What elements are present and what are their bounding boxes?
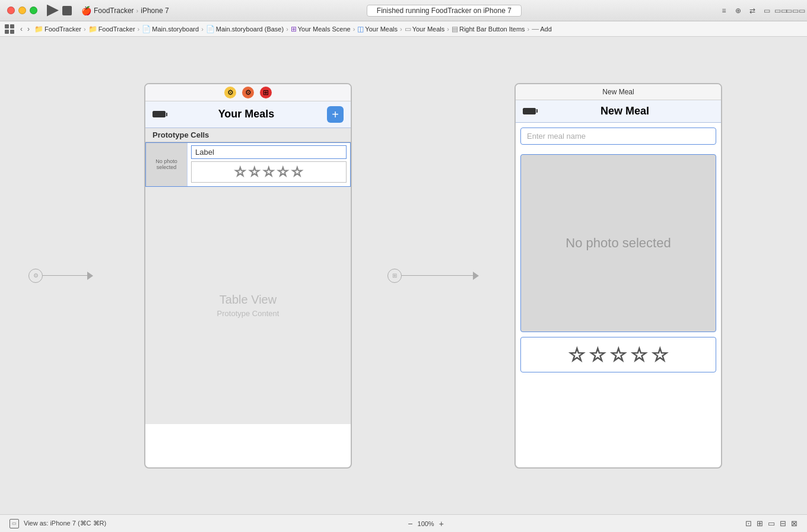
screen1-battery <box>152 111 166 117</box>
table-view-sub: Prototype Content <box>217 309 279 318</box>
rating-star1[interactable]: ☆ <box>568 343 586 366</box>
screen1-toolbar: ⚙ ⚙ ⊞ <box>145 84 351 101</box>
view-icon2: ▭ <box>405 25 411 33</box>
close-button[interactable] <box>7 7 15 14</box>
bc-label: FoodTracker <box>45 26 81 33</box>
star1: ☆ <box>234 164 246 180</box>
circle-icon: ⚙ <box>33 272 39 279</box>
rating-star3[interactable]: ☆ <box>610 343 627 366</box>
status-bar: ▭ View as: iPhone 7 (⌘C ⌘R) − 100% + ⊡ ⊞… <box>0 514 807 532</box>
sep6: › <box>400 26 402 33</box>
single-view-icon[interactable]: ▭ <box>762 6 771 15</box>
cell-row: No photo selected Label ☆ ☆ ☆ ☆ ☆ <box>145 142 351 187</box>
bc-label4: Main.storyboard (Base) <box>216 26 284 33</box>
folder-icon2: 📁 <box>88 25 97 33</box>
star4: ☆ <box>277 164 289 180</box>
table-view-area: Table View Prototype Content <box>145 187 351 424</box>
zoom-fit-icon[interactable]: ⊞ <box>757 519 763 528</box>
star3: ☆ <box>263 164 275 180</box>
fullscreen-button[interactable] <box>30 7 37 14</box>
title-bar-buttons: ≡ ⊕ ⇄ ▭ ▭▭ ▭▭▭ <box>719 6 800 15</box>
rating-star5[interactable]: ☆ <box>652 343 669 366</box>
add-meal-button[interactable]: + <box>327 106 344 123</box>
expand-icon[interactable]: ⊠ <box>791 519 798 528</box>
traffic-lights <box>7 7 37 14</box>
breadcrumb-mainstoryboard[interactable]: 📄 Main.storyboard <box>142 25 199 33</box>
rating-area: ☆ ☆ ☆ ☆ ☆ <box>520 337 716 372</box>
zoom-out-button[interactable]: − <box>408 519 412 528</box>
view-as-icon-inner: ▭ <box>12 521 17 526</box>
bc-label9: Add <box>540 26 552 33</box>
breadcrumb-foodtracker1[interactable]: 📁 FoodTracker <box>34 25 81 33</box>
screen2-header: New Meal <box>516 84 721 100</box>
run-status: Finished running FoodTracker on iPhone 7 <box>367 5 522 17</box>
lines-icon[interactable]: ≡ <box>719 6 729 15</box>
cell-stars: ☆ ☆ ☆ ☆ ☆ <box>191 161 347 183</box>
connector-line <box>402 275 473 276</box>
breadcrumb-yourmeals2[interactable]: ▭ Your Meals <box>405 25 445 33</box>
minimize-button[interactable] <box>18 7 26 14</box>
star5: ☆ <box>291 164 303 180</box>
zoom-in-button[interactable]: + <box>439 519 444 528</box>
cell-content: Label ☆ ☆ ☆ ☆ ☆ <box>188 143 350 186</box>
sep1: › <box>84 26 86 33</box>
play-button[interactable] <box>47 5 59 17</box>
breadcrumb-barbutton[interactable]: ▤ Right Bar Button Items <box>452 25 525 33</box>
entry-arrowhead <box>87 272 93 280</box>
triple-view-icon[interactable]: ▭▭▭ <box>790 6 800 15</box>
bc-label5: Your Meals Scene <box>298 26 351 33</box>
grid-icon[interactable] <box>5 24 14 34</box>
sep3: › <box>201 26 204 33</box>
breadcrumb-yourmeals[interactable]: ◫ Your Meals <box>357 25 398 33</box>
status-left: ▭ View as: iPhone 7 (⌘C ⌘R) <box>9 519 106 528</box>
sep7: › <box>447 26 449 33</box>
breadcrumb-bar: ‹ › 📁 FoodTracker › 📁 FoodTracker › 📄 Ma… <box>0 21 807 37</box>
frame-icon[interactable]: ▭ <box>768 519 775 528</box>
meal-name-input[interactable]: Enter meal name <box>520 128 716 145</box>
breadcrumb-mainstoryboard-base[interactable]: 📄 Main.storyboard (Base) <box>206 25 284 33</box>
rating-star4[interactable]: ☆ <box>631 343 648 366</box>
connector-circle: ⊞ <box>387 269 402 283</box>
bc-label3: Main.storyboard <box>152 26 199 33</box>
entry-line <box>43 275 87 276</box>
sep2: › <box>138 26 140 33</box>
screen2-navbar: New Meal <box>516 100 721 123</box>
sep4: › <box>286 26 288 33</box>
bc-nav: ‹ › <box>19 25 31 33</box>
photo-area[interactable]: No photo selected <box>520 154 716 332</box>
cell-label: Label <box>191 145 347 159</box>
fit-icon[interactable]: ⊡ <box>745 519 752 528</box>
breadcrumb-foodtracker2[interactable]: 📁 FoodTracker <box>88 25 135 33</box>
screens-connector: ⊞ <box>387 269 479 283</box>
status-right: ⊡ ⊞ ▭ ⊟ ⊠ <box>745 519 798 528</box>
network-icon[interactable]: ⊕ <box>733 6 743 15</box>
layout-icon[interactable]: ⊟ <box>780 519 786 528</box>
sep8: › <box>528 26 530 33</box>
bc-label6: Your Meals <box>365 26 398 33</box>
back-button[interactable]: ‹ <box>19 25 24 33</box>
app-icon: 🍎 <box>81 6 91 15</box>
status-center: − 100% + <box>113 519 738 528</box>
rating-star2[interactable]: ☆ <box>589 343 606 366</box>
stop-button[interactable] <box>62 6 72 15</box>
bc-label8: Right Bar Button Items <box>459 26 525 33</box>
items-icon: ▤ <box>452 25 458 33</box>
prototype-cells-header: Prototype Cells <box>145 128 351 142</box>
view-as-icon[interactable]: ▭ <box>9 519 19 528</box>
folder-icon: 📁 <box>34 25 43 33</box>
breadcrumb-scene[interactable]: ⊞ Your Meals Scene <box>291 25 351 33</box>
screen2-title: New Meal <box>536 105 714 117</box>
main-content: ⚙ ⚙ ⚙ ⊞ Your Meals + Prototype Cell <box>0 37 807 532</box>
breadcrumb-sep: › <box>136 7 139 14</box>
title-bar-center: Finished running FoodTracker on iPhone 7 <box>174 5 714 17</box>
device-label: iPhone 7 <box>141 7 169 15</box>
screen2-battery <box>523 108 536 114</box>
screen1-title: Your Meals <box>166 108 327 120</box>
screen1-frame: ⚙ ⚙ ⊞ Your Meals + Prototype Cells No ph… <box>144 83 352 469</box>
breadcrumb-add[interactable]: — Add <box>532 25 552 33</box>
dual-view-icon[interactable]: ▭▭ <box>776 6 786 15</box>
forward-button[interactable]: › <box>26 25 31 33</box>
screen1-navbar: Your Meals + <box>145 101 351 128</box>
swap-icon[interactable]: ⇄ <box>748 6 757 15</box>
toolbar-icon-yellow: ⚙ <box>224 87 236 98</box>
